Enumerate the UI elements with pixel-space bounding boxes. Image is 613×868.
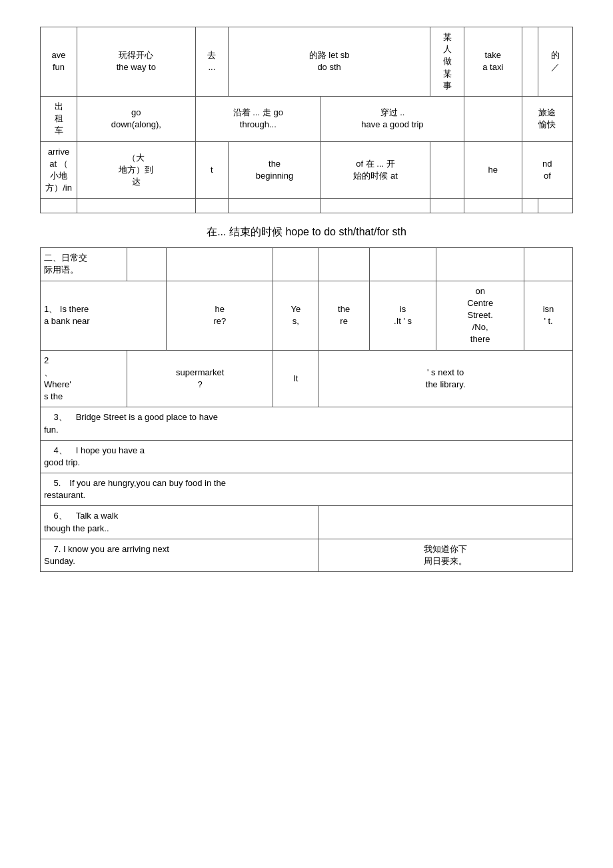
cell-r4-c5 (321, 199, 430, 213)
cell-header-c8 (524, 248, 573, 281)
cell-t2r1-c8: isn' t. (524, 281, 573, 350)
cell-header-c6 (369, 248, 436, 281)
cell-t2r2-c5: ' s next tothe library. (318, 350, 573, 407)
cell-r3-c8: ndof (522, 141, 572, 199)
cell-r4-c2 (77, 199, 196, 213)
table-row: 4、 I hope you have agood trip. (41, 440, 573, 473)
table1: avefun 玩得开心the way to 去... 的路 let sbdo s… (40, 27, 573, 213)
cell-t2r2-c2: supermarket? (127, 350, 273, 407)
table-row (41, 199, 573, 213)
cell-r3-c6 (430, 141, 464, 199)
cell-r1-c2: 玩得开心the way to (77, 27, 196, 97)
cell-r3-c4: thebeginning (229, 141, 321, 199)
table-row: 5. If you are hungry,you can buy food in… (41, 473, 573, 506)
table-row: 6、 Talk a walkthough the park.. (41, 506, 573, 539)
cell-r3-c2: （大地方）到达 (77, 141, 196, 199)
table-row: 出租车 godown(along), 沿着 ... 走 gothrough...… (41, 96, 573, 141)
cell-r1-c8 (522, 27, 538, 97)
table2-wrapper: 二、日常交际用语。 1、 Is therea bank near here? Y… (40, 247, 573, 572)
cell-t2r7-c1: 7. I know you are arriving nextSunday. (41, 539, 318, 571)
table-row: arrive at （小地方）/in （大地方）到达 t thebeginnin… (41, 141, 573, 199)
cell-r1-c6: 某人做某事 (430, 27, 464, 97)
cell-t2r1-c3: here? (167, 281, 273, 350)
cell-r2-c3: 沿着 ... 走 gothrough... (195, 96, 320, 141)
cell-t2r1-c1: 1、 Is therea bank near (41, 281, 167, 350)
cell-r1-c1: avefun (41, 27, 77, 97)
table-row: 二、日常交际用语。 (41, 248, 573, 281)
cell-t2r1-c5: there (318, 281, 370, 350)
cell-header-c1: 二、日常交际用语。 (41, 248, 127, 281)
cell-r4-c3 (195, 199, 228, 213)
cell-t2r2-c4: It (273, 350, 318, 407)
section-title: 在... 结束的时候 hope to do sth/that/for sth (40, 225, 573, 239)
cell-r1-c4: 的路 let sbdo sth (229, 27, 430, 97)
cell-r3-c5: of 在 ... 开始的时候 at (321, 141, 430, 199)
cell-t2r6-c1: 6、 Talk a walkthough the park.. (41, 506, 318, 539)
cell-r4-c6 (430, 199, 464, 213)
cell-r3-c3: t (195, 141, 228, 199)
cell-t2r5: 5. If you are hungry,you can buy food in… (41, 473, 573, 506)
cell-t2r1-c4: Yes, (273, 281, 318, 350)
table-row: 1、 Is therea bank near here? Yes, there … (41, 281, 573, 350)
cell-r1-c7: takea taxi (464, 27, 522, 97)
cell-t2r7-c2: 我知道你下周日要来。 (318, 539, 573, 571)
cell-header-c4 (273, 248, 318, 281)
cell-r4-c1 (41, 199, 77, 213)
cell-r3-c7: he (464, 141, 522, 199)
cell-header-c3 (167, 248, 273, 281)
cell-t2r3: 3、 Bridge Street is a good place to have… (41, 407, 573, 440)
table-row: 2、Where's the supermarket? It ' s next t… (41, 350, 573, 407)
cell-t2r1-c7: onCentreStreet./No,there (436, 281, 524, 350)
cell-t2r6-c2 (318, 506, 573, 539)
cell-r4-c4 (229, 199, 321, 213)
table-row: avefun 玩得开心the way to 去... 的路 let sbdo s… (41, 27, 573, 97)
cell-t2r4: 4、 I hope you have agood trip. (41, 440, 573, 473)
cell-header-c7 (436, 248, 524, 281)
cell-r2-c1: 出租车 (41, 96, 77, 141)
cell-r2-c7 (464, 96, 522, 141)
cell-r4-c7 (464, 199, 522, 213)
table-row: 7. I know you are arriving nextSunday. 我… (41, 539, 573, 571)
cell-r2-c2: godown(along), (77, 96, 196, 141)
cell-r1-c3: 去... (195, 27, 228, 97)
cell-r4-c9 (538, 199, 572, 213)
table2: 二、日常交际用语。 1、 Is therea bank near here? Y… (40, 247, 573, 572)
cell-r1-c9: 的／ (538, 27, 572, 97)
cell-header-c5 (318, 248, 370, 281)
cell-r3-c1: arrive at （小地方）/in (41, 141, 77, 199)
cell-r2-c8: 旅途愉快 (522, 96, 572, 141)
cell-header-c2 (127, 248, 167, 281)
cell-t2r1-c6: is.It ' s (369, 281, 436, 350)
cell-r4-c8 (522, 199, 538, 213)
table1-wrapper: avefun 玩得开心the way to 去... 的路 let sbdo s… (40, 27, 573, 213)
cell-r2-c5: 穿过 ..have a good trip (321, 96, 464, 141)
table-row: 3、 Bridge Street is a good place to have… (41, 407, 573, 440)
cell-t2r2-c1: 2、Where's the (41, 350, 127, 407)
